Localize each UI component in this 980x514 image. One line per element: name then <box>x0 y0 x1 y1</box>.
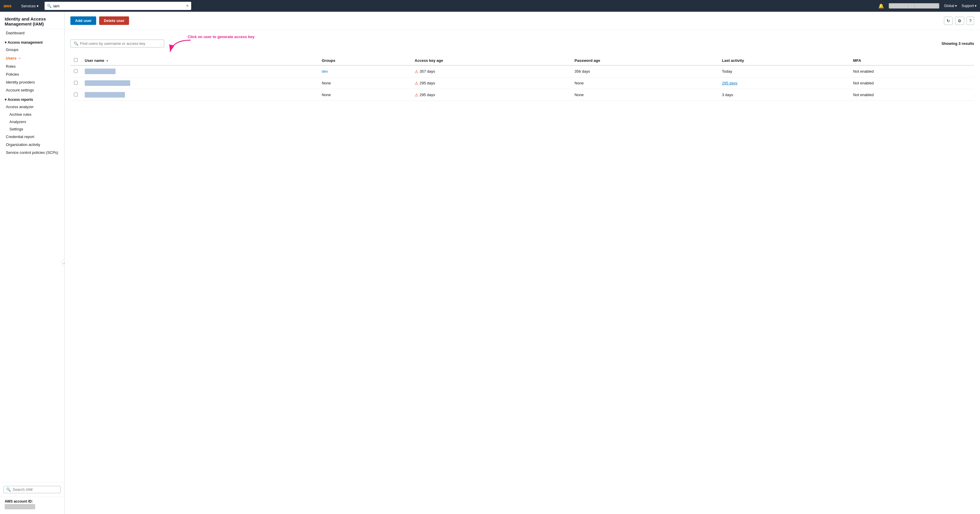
top-navigation: aws Services ▾ 🔍 ✕ 🔔 ██████ ██ ████████ … <box>0 0 980 12</box>
header-last-activity[interactable]: Last activity <box>718 56 850 65</box>
global-search-input[interactable] <box>53 4 184 8</box>
nav-right-section: 🔔 ██████ ██ ████████ Global ▾ Support ▾ <box>878 3 977 9</box>
row2-username-cell[interactable]: user2longnm <box>81 77 318 89</box>
table-row: user3name None ⚠ 295 days None 3 days No… <box>70 89 974 101</box>
row1-checkbox-cell[interactable] <box>70 65 81 77</box>
clear-search-icon[interactable]: ✕ <box>186 4 189 8</box>
region-selector[interactable]: Global ▾ <box>944 4 957 8</box>
select-all-checkbox[interactable] <box>74 58 78 62</box>
row3-access-key-warning: ⚠ 295 days <box>415 93 435 97</box>
sidebar-item-archive-rules[interactable]: Archive rules <box>0 111 64 118</box>
header-username[interactable]: User name ▾ <box>81 56 318 65</box>
annotation-container: Click on user to generate access key <box>164 35 942 52</box>
row1-access-key-age-cell: ⚠ 357 days <box>411 65 571 77</box>
sidebar-item-dashboard[interactable]: Dashboard <box>0 29 64 37</box>
filter-search-icon: 🔍 <box>73 41 78 46</box>
row2-checkbox-cell[interactable] <box>70 77 81 89</box>
row1-password-age-cell: 356 days <box>571 65 718 77</box>
sidebar-item-identity-providers[interactable]: Identity providers <box>0 78 64 86</box>
row3-password-age-cell: None <box>571 89 718 101</box>
aws-account-id: 2497-7119-62-40 <box>5 504 35 509</box>
row1-warning-icon: ⚠ <box>415 69 418 74</box>
gear-icon: ⚙ <box>958 19 961 23</box>
sidebar-search-box[interactable]: 🔍 <box>3 486 61 493</box>
users-toolbar: Add user Delete user ↻ ⚙ ? <box>65 12 980 30</box>
delete-user-button[interactable]: Delete user <box>99 16 129 25</box>
row3-checkbox-cell[interactable] <box>70 89 81 101</box>
access-reports-chevron-icon: ▾ <box>5 98 6 102</box>
header-select-all[interactable] <box>70 56 81 65</box>
sidebar-section-access-reports[interactable]: ▾ Access reports <box>0 94 64 103</box>
row2-username[interactable]: user2longnm <box>85 80 130 86</box>
table-header: User name ▾ Groups Access key age Passwo… <box>70 56 974 65</box>
row2-warning-icon: ⚠ <box>415 81 418 86</box>
sidebar-search-input[interactable] <box>13 487 58 492</box>
row2-checkbox[interactable] <box>74 81 78 85</box>
sidebar-section-access-management[interactable]: ▾ Access management <box>0 37 64 46</box>
refresh-button[interactable]: ↻ <box>944 17 953 25</box>
aws-logo[interactable]: aws <box>3 3 13 9</box>
sidebar-item-account-settings[interactable]: Account settings <box>0 86 64 94</box>
global-search-bar[interactable]: 🔍 ✕ <box>45 2 191 10</box>
header-access-key-age[interactable]: Access key age <box>411 56 571 65</box>
row1-username[interactable]: user1name <box>85 68 116 74</box>
sidebar-item-groups[interactable]: Groups <box>0 46 64 54</box>
add-user-button[interactable]: Add user <box>70 16 96 25</box>
sort-username-icon: ▾ <box>107 59 108 62</box>
help-button[interactable]: ? <box>967 17 974 25</box>
notifications-bell-icon[interactable]: 🔔 <box>878 3 884 9</box>
row3-access-key-age-cell: ⚠ 295 days <box>411 89 571 101</box>
header-groups[interactable]: Groups <box>318 56 411 65</box>
row1-username-cell[interactable]: user1name <box>81 65 318 77</box>
refresh-icon: ↻ <box>947 19 950 23</box>
access-management-chevron-icon: ▾ <box>5 40 6 44</box>
row3-username[interactable]: user3name <box>85 92 125 98</box>
user-filter-input[interactable] <box>80 41 161 46</box>
table-body: user1name dev ⚠ 357 days 356 days Today … <box>70 65 974 101</box>
filter-input-wrapper[interactable]: 🔍 <box>70 40 164 48</box>
header-mfa[interactable]: MFA <box>850 56 974 65</box>
sidebar-item-roles[interactable]: Roles <box>0 62 64 70</box>
sidebar-search-icon: 🔍 <box>6 487 11 492</box>
row1-groups-cell[interactable]: dev <box>318 65 411 77</box>
row1-access-key-warning: ⚠ 357 days <box>415 69 435 74</box>
users-table: User name ▾ Groups Access key age Passwo… <box>70 56 974 101</box>
row3-groups-cell: None <box>318 89 411 101</box>
main-content: Add user Delete user ↻ ⚙ ? 🔍 <box>65 12 980 514</box>
sidebar-item-policies[interactable]: Policies <box>0 70 64 78</box>
row1-last-activity-cell: Today <box>718 65 850 77</box>
annotation-text: Click on user to generate access key <box>188 35 255 39</box>
sidebar-item-settings[interactable]: Settings <box>0 125 64 133</box>
help-icon: ? <box>969 19 972 23</box>
row2-password-age-cell: None <box>571 77 718 89</box>
row3-username-cell[interactable]: user3name <box>81 89 318 101</box>
aws-account-label: AWS account ID: <box>5 499 59 503</box>
filter-row: 🔍 Click on user to generate access key <box>70 35 974 52</box>
sidebar-item-organization-activity[interactable]: Organization activity <box>0 141 64 149</box>
services-chevron-icon: ▾ <box>37 4 39 8</box>
sidebar-item-users[interactable]: Users ← <box>0 54 64 62</box>
row1-checkbox[interactable] <box>74 69 78 73</box>
main-layout: ◀ Identity and Access Management (IAM) D… <box>0 12 980 514</box>
sidebar-search-section: 🔍 <box>0 482 64 497</box>
sidebar-item-analyzers[interactable]: Analyzers <box>0 118 64 125</box>
users-label: Users <box>6 56 16 60</box>
row3-mfa-cell: Not enabled <box>850 89 974 101</box>
toolbar-right-actions: ↻ ⚙ ? <box>944 17 974 25</box>
sidebar-item-access-analyzer[interactable]: Access analyzer <box>0 103 64 111</box>
settings-button[interactable]: ⚙ <box>955 17 964 25</box>
sidebar-item-credential-report[interactable]: Credential report <box>0 133 64 141</box>
services-menu-button[interactable]: Services ▾ <box>19 3 41 10</box>
row3-checkbox[interactable] <box>74 93 78 97</box>
header-password-age[interactable]: Password age <box>571 56 718 65</box>
row2-access-key-warning: ⚠ 295 days <box>415 81 435 86</box>
support-menu[interactable]: Support ▾ <box>961 4 977 8</box>
row1-mfa-cell: Not enabled <box>850 65 974 77</box>
users-table-area: 🔍 Click on user to generate access key <box>65 30 980 105</box>
sidebar-account-section: AWS account ID: 2497-7119-62-40 <box>0 497 64 514</box>
results-count: Showing 3 results <box>942 41 974 46</box>
row3-last-activity-cell: 3 days <box>718 89 850 101</box>
table-row: user2longnm None ⚠ 295 days None 295 day… <box>70 77 974 89</box>
row2-last-activity-cell[interactable]: 295 days <box>718 77 850 89</box>
sidebar-item-scp[interactable]: Service control policies (SCPs) <box>0 149 64 157</box>
